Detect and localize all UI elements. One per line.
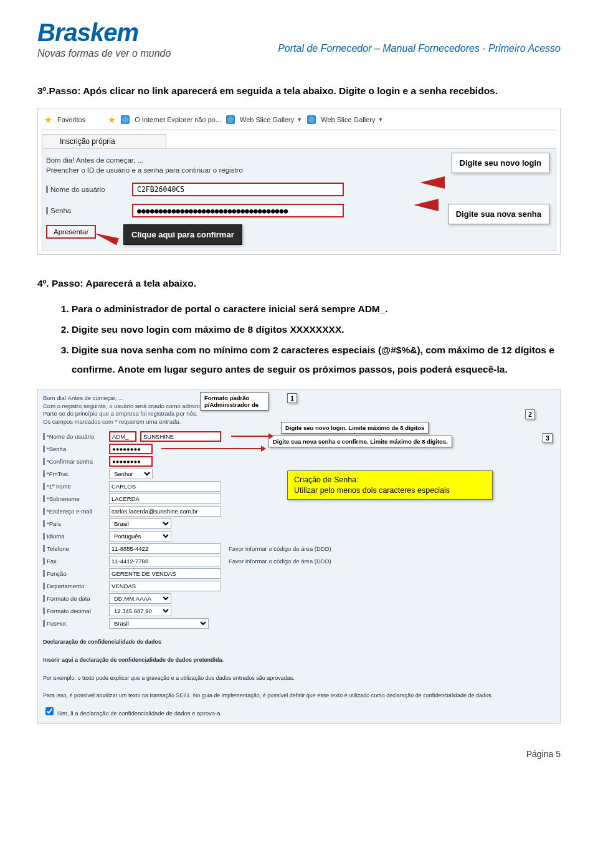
ie-warning: O Internet Explorer não po... [135,116,221,123]
label-sobrenome: *Sobrenome [43,495,105,502]
gallery-link-1[interactable]: Web Slice Gallery [240,116,294,123]
row-confirmar: *Confirmar senha [43,456,555,467]
step4-item-1: Para o administrador de portal o caracte… [72,299,561,318]
select-fushor[interactable]: Brasil [109,618,209,629]
username-input[interactable] [132,183,344,196]
row-fax: Fax Favor informar o código de área (DDD… [43,556,555,566]
input-sobrenome[interactable] [109,494,221,504]
label-fdecimal: Formato decimal [43,608,105,614]
row-departamento: Departamento [43,581,555,591]
tagline: Novas formas de ver o mundo [37,48,171,59]
doc-title: Portal de Fornecedor – Manual Fornecedor… [278,43,561,59]
decl-line-2: Por exemplo, o texto pode explicar que a… [43,674,555,682]
row-senha: *Senha [43,444,555,454]
decl-line-1: Inserir aqui a declaração de confidencia… [43,656,555,664]
star-icon: ★ [108,115,116,125]
screenshot-registration: Bom dia! Antes de começar, ... Com o reg… [37,389,561,724]
row-funcao: Função [43,568,555,579]
password-label: Senha [46,207,127,214]
favorites-label: Favoritos [57,116,85,123]
input-nome-usuario[interactable] [140,431,221,442]
label-fdata: Formato de data [43,595,105,602]
callout-login: Digite seu novo login [452,153,549,173]
submit-button[interactable]: Apresentar [46,225,96,239]
input-confirmar[interactable] [109,456,153,467]
page-footer: Página 5 [37,749,561,759]
input-telefone[interactable] [109,543,221,554]
select-fdata[interactable]: DD.MM.AAAA [109,593,171,604]
label-telefone: Telefone [43,545,105,552]
ie-icon [121,115,130,124]
screenshot-login: ★ Favoritos ★ O Internet Explorer não po… [37,108,561,255]
registration-form: *Nome do usuário ADM_ *Senha *Confirmar … [43,431,555,629]
username-row: Nome do usuário [46,183,552,196]
row-fushor: FusHor. Brasil [43,618,555,629]
logo-block: Braskem Novas formas de ver o mundo [37,19,171,59]
label-confirmar: *Confirmar senha [43,458,105,465]
password-input[interactable] [132,204,344,217]
arrow-icon [161,448,261,449]
step4-item-3: Digite sua nova senha com no mínimo com … [72,340,561,379]
decl-line-3: Para isso, é possível atualizar um texto… [43,691,555,700]
label-fmtrat: *FmTrat. [43,470,105,477]
label-senha: *Senha [43,446,105,452]
hint-telefone: Favor informar o código de área (DDD) [229,545,331,552]
popup-number-2: 2 [525,409,535,419]
row-fdecimal: Formato decimal 12.345.687,90 [43,606,555,616]
login-panel: Bom dia! Antes de começar, ... Preencher… [42,148,556,250]
arrow-icon [420,176,445,189]
label-email: *Endereço e-mail [43,508,105,515]
label-pais: *País [43,520,105,527]
accept-checkbox[interactable] [45,707,54,715]
decl-heading: Declararação de confidencialidade de dad… [43,637,555,646]
callout-confirm: Clique aqui para confirmar [123,224,242,245]
step4-list: Para o administrador de portal o caracte… [37,299,561,379]
step3-paragraph: 3º.Passo: Após clicar no link aparecerá … [37,81,561,100]
row-fdata: Formato de data DD.MM.AAAA [43,593,555,604]
row-telefone: Telefone Favor informar o código de área… [43,543,555,554]
hint-fax: Favor informar o código de área (DDD) [229,558,331,565]
select-idioma[interactable]: Português [109,531,171,541]
label-idioma: Idioma [43,533,105,540]
input-email[interactable] [109,506,221,517]
row-pais: *País Brasil [43,518,555,529]
select-fmtrat[interactable]: Senhor [109,469,153,479]
select-pais[interactable]: Brasil [109,518,171,529]
declaration-block: Declararação de confidencialidade de dad… [43,637,555,700]
step4-title: 4º. Passo: Aparecerá a tela abaixo. [37,274,561,293]
input-fax[interactable] [109,556,221,566]
input-primeiro-nome[interactable] [109,481,221,492]
favorites-bar: ★ Favoritos ★ O Internet Explorer não po… [42,112,556,130]
row-nome-usuario: *Nome do usuário ADM_ [43,431,555,442]
ie-icon [47,137,56,146]
chevron-down-icon[interactable]: ▼ [297,117,302,123]
popup-number-1: 1 [287,393,297,403]
ie-icon [307,115,316,124]
label-fushor: FusHor. [43,620,105,627]
input-departamento[interactable] [109,581,221,591]
step4-item-2: Digite seu novo login com máximo de 8 dí… [72,320,561,339]
input-senha[interactable] [109,444,153,454]
gallery-link-2[interactable]: Web Slice Gallery [321,116,375,123]
row-email: *Endereço e-mail [43,506,555,517]
popup-password-hint: Criação de Senha: Utilizar pelo menos do… [287,470,493,500]
username-label: Nome do usuário [46,186,127,193]
tab-label: Inscrição própria [60,137,115,146]
arrow-icon [93,230,119,246]
ie-icon [226,115,235,124]
arrow-icon [231,436,268,437]
row-idioma: Idioma Português [43,531,555,541]
arrow-icon [414,199,439,211]
browser-tab[interactable]: Inscrição própria [42,134,166,148]
popup-format: Formato padrão p/Administrador de [200,392,268,411]
input-funcao[interactable] [109,568,221,579]
callout-password: Digite sua nova senha [448,204,549,224]
label-nome-usuario: *Nome do usuário [43,433,105,440]
label-departamento: Departamento [43,583,105,589]
select-fdecimal[interactable]: 12.345.687,90 [109,606,171,616]
chevron-down-icon[interactable]: ▼ [377,117,383,123]
header: Braskem Novas formas de ver o mundo Port… [37,19,561,59]
logo: Braskem [37,19,171,47]
label-primeiro-nome: *1º nome [43,483,105,490]
step4-text: 4º. Passo: Aparecerá a tela abaixo. Para… [37,274,561,379]
